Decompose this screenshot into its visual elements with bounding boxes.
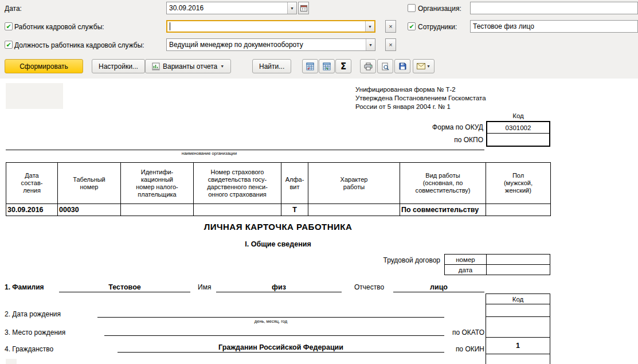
name-label: Имя: [198, 283, 211, 291]
employees-checkbox[interactable]: ✔: [408, 22, 416, 30]
okud-value: 0301002: [487, 122, 549, 134]
okato-label: по ОКАТО: [421, 328, 484, 336]
birthdate-line: [97, 308, 444, 318]
okud-okpo-box: 0301002: [486, 121, 550, 147]
table-data-cell: 00030: [58, 204, 121, 216]
chevron-down-icon: ▼: [368, 25, 372, 29]
approval-line: Утверждена Постановлением Госкомстата: [355, 94, 486, 103]
hr-position-dropdown-button[interactable]: ▼: [366, 39, 375, 50]
print-button[interactable]: [360, 59, 376, 73]
hr-worker-combobox: ▼: [166, 20, 375, 33]
okin-label: по ОКИН: [421, 345, 484, 353]
table-header-cell: Алфа- вит: [281, 163, 308, 204]
contract-number-label-cell: номер: [444, 254, 487, 265]
labor-contract-label: Трудовой договор: [344, 256, 440, 264]
organization-checkbox[interactable]: [408, 4, 416, 12]
hr-position-combobox: ▼: [166, 38, 375, 51]
hr-worker-dropdown-button[interactable]: ▼: [365, 21, 374, 32]
generate-button[interactable]: Сформировать: [5, 59, 83, 73]
expand-groupings-icon: [306, 62, 314, 71]
citizenship-value: Гражданин Российской Федерации: [118, 343, 444, 353]
table-data-cell: 30.09.2016: [6, 204, 58, 216]
checkmark-icon: ✔: [409, 23, 414, 30]
approval-line: Унифицированная форма № Т-2: [355, 85, 486, 94]
send-mail-button[interactable]: ▼: [413, 59, 435, 73]
hr-worker-clear-button[interactable]: ×: [385, 20, 396, 33]
find-button[interactable]: Найти...: [252, 59, 291, 73]
approval-line: России от 5 января 2004 г. № 1: [355, 103, 486, 111]
hr-worker-checkbox[interactable]: ✔: [5, 22, 13, 30]
organization-input[interactable]: [471, 2, 637, 14]
t2-header-table: Дата состав- ления Табельный номер Идент…: [6, 162, 551, 216]
date-label: Дата:: [5, 5, 22, 13]
report-variant-icon: [152, 62, 160, 71]
settings-button[interactable]: Настройки...: [92, 59, 145, 73]
name-value: физ: [216, 283, 342, 292]
code-column-title: Код: [486, 112, 550, 119]
birthplace-label: 3. Место рождения: [5, 328, 65, 336]
expand-groupings-button[interactable]: [302, 59, 318, 73]
print-preview-button[interactable]: [377, 59, 393, 73]
okpo-label: по ОКПО: [396, 136, 483, 144]
table-header-cell: Дата состав- ления: [6, 163, 58, 204]
hr-worker-input[interactable]: [167, 21, 365, 32]
printer-icon: [364, 62, 373, 71]
okin-code-value: 1: [486, 337, 550, 354]
collapse-groupings-icon: [323, 62, 331, 71]
hr-position-checkbox[interactable]: ✔: [5, 41, 13, 49]
patronymic-label: Отчество: [354, 283, 384, 291]
calendar-icon: [300, 5, 307, 11]
contract-number-value-cell: [486, 254, 550, 265]
code-cell: [486, 354, 550, 364]
checkmark-icon: ✔: [6, 23, 11, 30]
next-section-cell-stub: [6, 359, 17, 364]
code-cell: [486, 304, 550, 317]
chevron-down-icon: ▼: [290, 6, 294, 10]
table-data-cell: По совместительству: [400, 204, 486, 216]
photo-placeholder: [6, 83, 63, 109]
preview-icon: [381, 62, 389, 71]
table-data-cell: Т: [281, 204, 308, 216]
section-title: I. Общие сведения: [6, 240, 550, 248]
okpo-value: [487, 134, 549, 146]
employees-label: Сотрудники:: [418, 23, 457, 31]
code-column-header: Код: [486, 293, 550, 304]
birthdate-label: 2. Дата рождения: [5, 310, 61, 318]
contract-date-label-cell: дата: [444, 264, 487, 275]
hr-worker-label: Работник кадровой службы:: [14, 23, 104, 31]
employees-field: [470, 20, 638, 33]
code-cell: [486, 316, 550, 338]
citizenship-label: 4. Гражданство: [5, 345, 53, 353]
close-icon: ×: [389, 41, 392, 48]
calendar-button[interactable]: [298, 2, 309, 14]
hr-position-input[interactable]: [167, 39, 366, 50]
save-button[interactable]: [394, 59, 410, 73]
text-cursor: [170, 22, 170, 30]
date-dropdown-button[interactable]: ▼: [287, 2, 296, 14]
organization-label: Организация:: [418, 5, 461, 13]
save-icon: [399, 62, 406, 70]
report-variants-label: Варианты отчета: [163, 62, 217, 71]
checkmark-icon: ✔: [6, 41, 11, 48]
table-header-cell: Вид работы (основная, по совместительств…: [400, 163, 486, 204]
autosum-button[interactable]: Σ: [335, 59, 351, 73]
okud-label: Форма по ОКУД: [396, 123, 483, 131]
sigma-icon: Σ: [340, 61, 346, 72]
table-data-cell: [194, 204, 281, 216]
table-header-cell: Пол (мужской, женский): [486, 163, 551, 204]
hr-position-clear-button[interactable]: ×: [385, 38, 396, 51]
employees-input[interactable]: [471, 21, 637, 32]
org-name-line: [6, 150, 484, 150]
report-variants-button[interactable]: Варианты отчета ▼: [145, 59, 231, 73]
hr-position-label: Должность работника кадровой службы:: [14, 41, 144, 49]
date-combobox: ▼: [166, 2, 297, 14]
table-data-cell: [486, 204, 551, 216]
surname-value: Тестовое: [59, 283, 190, 292]
collapse-groupings-button[interactable]: [319, 59, 335, 73]
date-input[interactable]: [167, 2, 287, 14]
table-header-cell: Идентифи- кационный номер налого- плател…: [121, 163, 194, 204]
organization-field: [470, 2, 638, 14]
filter-panel: Дата: ▼ Организация: ✔ Работник кадровой…: [0, 0, 638, 79]
birthplace-line: [104, 326, 444, 336]
chevron-down-icon: ▼: [220, 64, 224, 68]
